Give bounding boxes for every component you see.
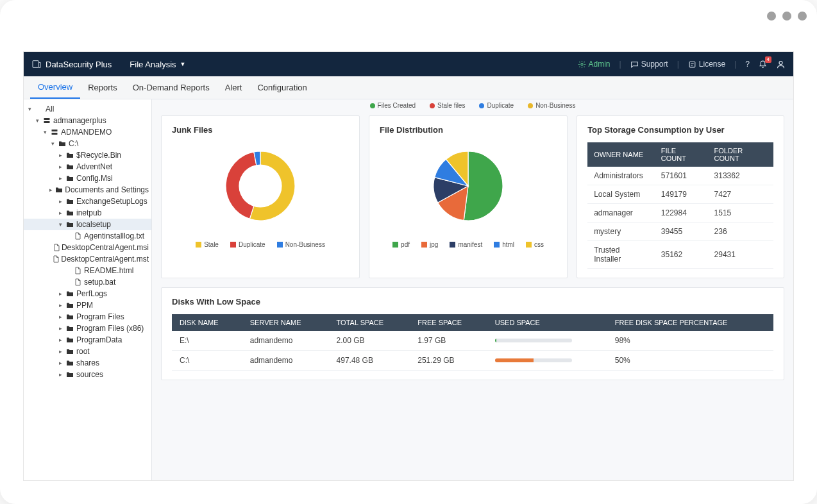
tree-label: C:\ <box>69 139 78 148</box>
tree-label: setup.bat <box>84 278 115 287</box>
folder-icon <box>65 371 74 378</box>
tree-label: All <box>46 105 54 113</box>
license-link[interactable]: License <box>688 60 725 69</box>
table-row[interactable]: Administrators571601313362 <box>587 167 773 185</box>
tree-item[interactable]: ▸Program Files <box>24 311 151 323</box>
tree-item[interactable]: ▾C:\ <box>24 138 151 149</box>
tree-item[interactable]: DesktopCentralAgent.msi <box>24 242 151 253</box>
tree-item[interactable]: ▸ProgramData <box>24 334 151 346</box>
table-row[interactable]: Trusted Installer3516229431 <box>587 241 773 269</box>
svg-rect-2 <box>689 62 695 67</box>
table-row[interactable]: E:\admandemo2.00 GB1.97 GB98% <box>172 331 773 351</box>
license-icon <box>688 60 696 69</box>
folder-icon <box>65 221 74 228</box>
main-content: Files CreatedStale filesDuplicateNon-Bus… <box>152 99 793 480</box>
svg-rect-6 <box>52 130 58 131</box>
table-row[interactable]: Local System1491797427 <box>587 185 773 204</box>
tree-caret-icon: ▾ <box>42 129 48 135</box>
tree-item[interactable]: ▸Program Files (x86) <box>24 323 151 334</box>
tree-item[interactable]: ▾ADMANDEMO <box>24 126 151 138</box>
folder-icon <box>65 325 74 332</box>
window-dot <box>767 12 776 21</box>
file-tree[interactable]: ▾All▾admanagerplus▾ADMANDEMO▾C:\▸$Recycl… <box>24 99 152 480</box>
folder-icon <box>65 302 74 308</box>
notifications-button[interactable]: 4 <box>759 60 767 69</box>
tree-item[interactable]: README.html <box>24 265 151 276</box>
tab-alert[interactable]: Alert <box>217 76 250 99</box>
window-dot <box>798 12 807 21</box>
support-label: Support <box>641 60 668 69</box>
junk-files-card: Junk Files StaleDuplicateNon-Business <box>161 115 360 278</box>
tree-item[interactable]: ▸Documents and Settings <box>24 184 151 196</box>
tree-label: ADMANDEMO <box>61 128 112 137</box>
tree-item[interactable]: ▸PerfLogs <box>24 288 151 299</box>
folder-icon <box>65 314 74 320</box>
tree-item[interactable]: ▸$Recycle.Bin <box>24 149 151 161</box>
tab-on-demand-reports[interactable]: On-Demand Reports <box>125 76 217 99</box>
table-row[interactable]: C:\admandemo497.48 GB251.29 GB50% <box>172 351 773 371</box>
server-icon <box>50 128 59 136</box>
user-menu[interactable] <box>776 60 786 69</box>
tree-caret-icon: ▸ <box>57 314 63 320</box>
column-header: FREE DISK SPACE PERCENTAGE <box>607 314 773 331</box>
tree-item[interactable]: ▸ExchangeSetupLogs <box>24 196 151 207</box>
tree-item[interactable]: ▸Config.Msi <box>24 172 151 184</box>
tab-overview[interactable]: Overview <box>30 76 80 99</box>
column-header: USED SPACE <box>487 314 607 331</box>
column-header: TOTAL SPACE <box>329 314 410 331</box>
tree-label: $Recycle.Bin <box>76 151 121 160</box>
tree-label: sources <box>76 370 103 379</box>
support-link[interactable]: Support <box>630 60 668 69</box>
folder-icon <box>65 210 74 216</box>
tree-item[interactable]: ▸inetpub <box>24 207 151 219</box>
tree-item[interactable]: ▾admanagerplus <box>24 115 151 126</box>
tab-configuration[interactable]: Configuration <box>249 76 314 99</box>
tree-item[interactable]: ▸root <box>24 346 151 357</box>
card-title: Disks With Low Space <box>172 297 773 307</box>
tree-label: Agentinstalllog.txt <box>84 231 144 240</box>
tree-item[interactable]: ▸shares <box>24 357 151 369</box>
table-row[interactable]: mystery39455236 <box>587 223 773 241</box>
tree-item[interactable]: ▸PPM <box>24 299 151 311</box>
file-icon <box>73 267 82 274</box>
tree-item[interactable]: ▾localsetup <box>24 219 151 230</box>
tree-item[interactable]: DesktopCentralAgent.mst <box>24 253 151 265</box>
gear-icon <box>578 60 586 69</box>
legend-item: html <box>494 241 514 248</box>
card-title: Top Storage Consumption by User <box>587 125 773 135</box>
tabbar: OverviewReportsOn-Demand ReportsAlertCon… <box>24 76 793 99</box>
file-icon <box>73 278 82 286</box>
tree-item[interactable]: ▸AdventNet <box>24 161 151 172</box>
legend-item: pdf <box>392 241 410 248</box>
legend-item: Non-Business <box>277 241 325 248</box>
file-icon <box>53 244 60 251</box>
tree-label: DesktopCentralAgent.msi <box>62 243 149 252</box>
tree-caret-icon: ▸ <box>57 360 63 366</box>
tree-label: DesktopCentralAgent.mst <box>61 255 149 264</box>
module-selector[interactable]: File Analysis ▼ <box>130 60 185 69</box>
tree-item[interactable]: ▸sources <box>24 369 151 380</box>
legend-item: manifest <box>450 241 482 248</box>
tree-item[interactable]: Agentinstalllog.txt <box>24 230 151 242</box>
column-header: FILE COUNT <box>655 142 708 167</box>
legend-item: Files Created <box>370 102 416 109</box>
admin-link[interactable]: Admin <box>578 60 611 69</box>
tree-label: Program Files <box>76 312 124 321</box>
tree-label: Config.Msi <box>76 174 113 183</box>
tree-item[interactable]: ▾All <box>24 103 151 115</box>
brand[interactable]: DataSecurity Plus <box>31 59 112 69</box>
tree-item[interactable]: setup.bat <box>24 276 151 288</box>
folder-icon <box>65 360 74 366</box>
junk-legend: StaleDuplicateNon-Business <box>172 241 349 248</box>
tree-label: Program Files (x86) <box>76 324 144 333</box>
license-label: License <box>699 60 725 69</box>
table-row[interactable]: admanager1229841515 <box>587 204 773 223</box>
folder-icon <box>65 290 74 297</box>
top-storage-card: Top Storage Consumption by User OWNER NA… <box>577 115 784 278</box>
tab-reports[interactable]: Reports <box>80 76 125 99</box>
tree-label: inetpub <box>76 208 101 217</box>
help-button[interactable]: ? <box>745 60 750 69</box>
tree-caret-icon: ▾ <box>57 221 63 228</box>
window-dot <box>782 12 791 21</box>
tree-label: AdventNet <box>76 162 112 171</box>
